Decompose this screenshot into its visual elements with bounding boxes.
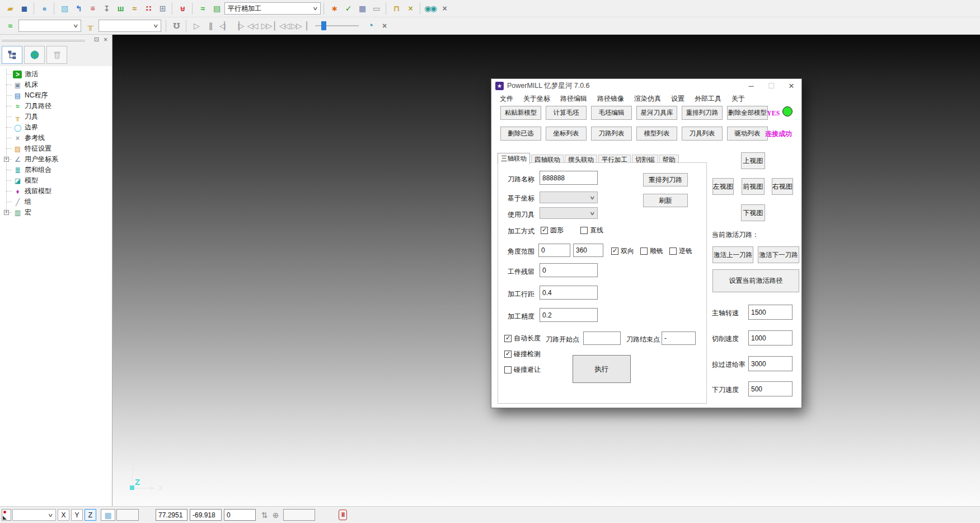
quick-button[interactable]: 刀路列表 (591, 127, 632, 141)
boundary-icon[interactable]: ш (113, 2, 127, 16)
rewind-icon[interactable]: ◁◁ (245, 19, 259, 33)
tolerance-input[interactable] (540, 308, 598, 322)
param-input[interactable] (748, 381, 793, 396)
minimize-button[interactable]: ─ (741, 79, 761, 92)
start-point-input[interactable] (583, 331, 621, 345)
tree-item[interactable]: ▣ 机床 (4, 80, 112, 90)
tree-expander-icon[interactable] (4, 210, 9, 215)
play-icon[interactable]: ▷ (189, 19, 203, 33)
menu-item[interactable]: 路径编辑 (555, 94, 592, 104)
axis-toggle-button[interactable]: X (58, 509, 69, 521)
milling-checkbox[interactable]: 逆铣 (669, 246, 692, 256)
save-project-icon[interactable]: ◼ (17, 2, 31, 16)
menu-item[interactable]: 设置 (666, 94, 690, 104)
angle-from-input[interactable] (538, 244, 570, 257)
close-button[interactable]: ✕ (781, 79, 801, 92)
strategy-list-icon[interactable]: ▤ (209, 2, 223, 16)
tool-holder-icon[interactable]: ⊓ (389, 2, 403, 16)
grid-snap-button[interactable]: ▦ (101, 509, 115, 521)
lamp-icon[interactable]: ℧ (169, 19, 183, 33)
panel-grip[interactable]: ⊡ × (0, 35, 112, 44)
dialog-titlebar[interactable]: ★ PowerMILL 忆梦星河 7.0.6 ─ ☐ ✕ (491, 79, 801, 92)
tree-item[interactable]: ▥ 宏 (4, 207, 112, 218)
tab-explorer-tree[interactable] (2, 46, 22, 64)
menu-item[interactable]: 外部工具 (690, 94, 726, 104)
tool-fire-icon[interactable]: ∗ (327, 2, 341, 16)
refresh-button[interactable]: 刷新 (643, 194, 688, 207)
tree-item[interactable]: ▨ 特征设置 (4, 143, 112, 154)
maximize-button[interactable]: ☐ (761, 79, 781, 92)
view-front-button[interactable]: 前视图 (742, 178, 765, 195)
quick-button[interactable]: 删除全部模型 (727, 106, 768, 120)
tree-item[interactable]: ∠ 用户坐标系 (4, 154, 112, 165)
view-top-button[interactable]: 上视图 (741, 152, 765, 169)
execute-button[interactable]: 执行 (573, 355, 631, 383)
statusbar-combo[interactable]: ∨ (12, 509, 56, 521)
toolbar-close-icon[interactable]: × (437, 2, 451, 16)
toolpath-name-input[interactable] (540, 171, 598, 185)
tree-expander-icon[interactable] (4, 157, 9, 162)
step-forward-icon[interactable]: ▕▷ (231, 19, 245, 33)
quick-button[interactable]: 计算毛坯 (546, 106, 587, 120)
quick-button[interactable]: 重排列刀路 (682, 106, 723, 120)
transform-icon[interactable]: × (403, 2, 417, 16)
mode-checkbox[interactable]: 圆形 (541, 226, 564, 235)
use-tool-combo[interactable]: ∨ (540, 207, 598, 219)
coordinate-field[interactable] (224, 509, 256, 521)
view-right-button[interactable]: 右视图 (772, 178, 793, 195)
param-input[interactable] (748, 305, 793, 320)
milling-checkbox[interactable]: 顺铣 (640, 246, 663, 256)
menu-item[interactable]: 关于坐标 (518, 94, 555, 104)
quick-button[interactable]: 刀具列表 (682, 127, 723, 141)
panel-close-icon[interactable]: × (101, 35, 110, 43)
param-input[interactable] (748, 330, 793, 345)
quick-button[interactable]: 驱动列表 (727, 127, 768, 141)
sim-toolpath-combo[interactable]: ∨ (18, 20, 81, 32)
go-start-icon[interactable]: ▏◁◁ (273, 19, 290, 33)
open-project-icon[interactable]: ▰ (3, 2, 17, 16)
quick-button[interactable]: 星河刀具库 (636, 106, 677, 120)
step-back-icon[interactable]: ◁▏ (217, 19, 231, 33)
z-heights-icon[interactable]: ≡ (85, 2, 99, 16)
angle-to-input[interactable] (573, 244, 603, 257)
stock-left-input[interactable] (540, 263, 598, 277)
pattern-icon[interactable]: ≈ (127, 2, 141, 16)
tool-check-icon[interactable]: ✓ (341, 2, 355, 16)
milling-checkbox[interactable]: 双向 (611, 246, 634, 256)
tool-select-icon[interactable]: ╥ (83, 19, 97, 33)
go-end-icon[interactable]: ▷▷▕ (290, 19, 307, 33)
toolpath-icon[interactable]: ≈ (3, 19, 17, 33)
sort-axes-icon[interactable]: ⇅ (261, 511, 268, 520)
coordinate-field[interactable] (190, 509, 222, 521)
draw-tool-button[interactable] (2, 509, 11, 521)
collision-check-checkbox[interactable]: 碰撞检测 (504, 349, 541, 359)
menu-item[interactable]: 渲染仿真 (629, 94, 666, 104)
sim-tool-combo[interactable]: ∨ (99, 20, 161, 32)
base-coord-combo[interactable]: ∨ (540, 192, 598, 203)
view-bottom-button[interactable]: 下视图 (741, 204, 765, 221)
set-active-path-button[interactable]: 设置当前激活路径 (712, 269, 799, 292)
activate-next-button[interactable]: 激活下一刀路 (758, 246, 799, 263)
view-left-button[interactable]: 左视图 (712, 178, 734, 195)
grid-size-field[interactable] (116, 509, 139, 521)
sim-close-icon[interactable]: × (377, 19, 391, 33)
mode-checkbox[interactable]: 直线 (580, 226, 603, 235)
block-icon[interactable]: ▧ (57, 2, 71, 16)
tree-item[interactable]: ╱ 组 (4, 197, 112, 207)
measure-icon[interactable]: ▭ (369, 2, 383, 16)
tree-item[interactable]: ≈ 刀具路径 (4, 101, 112, 111)
collision-avoid-checkbox[interactable]: 碰撞避让 (504, 365, 541, 375)
quick-button[interactable]: 删除已选 (500, 127, 541, 141)
tree-item[interactable]: ◯ 边界 (4, 122, 112, 133)
tree-item[interactable]: ╥ 刀具 (4, 111, 112, 122)
tree-item[interactable]: ◪ 模型 (4, 175, 112, 186)
quick-button[interactable]: 坐标列表 (546, 127, 587, 141)
strategy-combo[interactable]: 平行精加工 ∨ (224, 2, 321, 15)
pause-icon[interactable]: ∥ (203, 19, 217, 33)
tree-item[interactable]: > 激活 (4, 69, 112, 80)
menu-item[interactable]: 路径镜像 (592, 94, 629, 104)
measure-field[interactable] (283, 509, 315, 521)
tree-item[interactable]: ♦ 残留模型 (4, 186, 112, 197)
rearrange-button[interactable]: 重排列刀路 (643, 173, 688, 186)
param-input[interactable] (748, 356, 793, 371)
